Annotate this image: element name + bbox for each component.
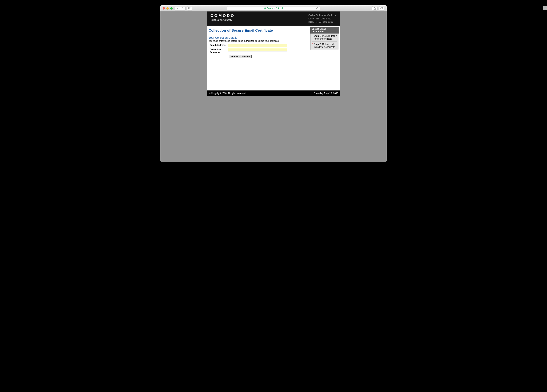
browser-window: Comodo CA Ltd + xyxy=(160,5,387,162)
brand-block: COMODO Certification Authority xyxy=(211,14,235,21)
steps-column: Secure Email Certificates ✓ Step 1: Prov… xyxy=(310,27,339,50)
address-bar[interactable]: Comodo CA Ltd xyxy=(227,6,320,10)
show-tabs-button[interactable] xyxy=(379,6,384,10)
svg-rect-6 xyxy=(381,8,382,9)
submit-button[interactable]: Submit & Continue xyxy=(229,55,252,58)
instruction-text: You must enter these details to be autho… xyxy=(209,40,308,42)
step-2-label: Step 2: xyxy=(314,43,321,46)
email-input[interactable] xyxy=(228,44,287,47)
zoom-window-button[interactable] xyxy=(170,7,172,9)
step-1-text: Step 1: Provide details for your certifi… xyxy=(314,35,337,40)
back-button[interactable] xyxy=(175,6,180,10)
brand-logo-text: COMODO xyxy=(211,14,235,18)
reload-icon xyxy=(316,7,318,9)
step-2: ▶ Step 2: Collect and install your certi… xyxy=(310,42,339,50)
steps-panel: Secure Email Certificates ✓ Step 1: Prov… xyxy=(310,27,339,50)
footer-copyright: © Copyright 2018. All rights reserved. xyxy=(209,92,247,95)
step-1-label: Step 1: xyxy=(314,35,321,37)
contact-title: Order Online or Call Us: xyxy=(308,14,336,17)
brand-tagline: Certification Authority xyxy=(211,19,235,21)
page-body: Collection of Secure Email Certificate Y… xyxy=(207,26,340,90)
window-controls xyxy=(163,7,172,9)
arrow-right-icon: ▶ xyxy=(311,43,314,45)
steps-title: Secure Email Certificates xyxy=(310,27,339,34)
url-host: Comodo CA Ltd xyxy=(267,7,283,10)
checkmark-icon: ✓ xyxy=(311,35,314,37)
contact-intl-phone: INTL + (703) 581-6361 xyxy=(308,20,336,24)
window-titlebar: Comodo CA Ltd xyxy=(160,5,387,11)
show-sidebar-button[interactable] xyxy=(187,6,192,10)
chevron-left-icon xyxy=(177,7,179,9)
page-viewport: COMODO Certification Authority Order Onl… xyxy=(160,11,387,162)
nav-button-group xyxy=(175,6,185,10)
submit-row: Submit & Continue xyxy=(209,55,308,58)
step-2-text: Step 2: Collect and install your certifi… xyxy=(314,43,337,48)
forward-button[interactable] xyxy=(180,6,185,10)
email-label: Email Address xyxy=(209,44,228,47)
footer-date: Saturday June 23, 2018 xyxy=(314,92,338,95)
page-title: Collection of Secure Email Certificate xyxy=(209,28,308,33)
main-column: Collection of Secure Email Certificate Y… xyxy=(208,27,309,60)
close-window-button[interactable] xyxy=(163,7,165,9)
sidebar-icon xyxy=(188,7,191,9)
contact-info: Order Online or Call Us: US + (888) 266-… xyxy=(308,14,336,24)
share-icon xyxy=(374,7,376,10)
site-footer: © Copyright 2018. All rights reserved. S… xyxy=(207,90,340,96)
contact-us-phone: US + (888) 266-6361 xyxy=(308,17,336,20)
svg-rect-0 xyxy=(189,7,191,9)
chevron-right-icon xyxy=(182,7,184,9)
email-row: Email Address xyxy=(209,44,308,47)
toolbar-right xyxy=(372,6,384,10)
site-header: COMODO Certification Authority Order Onl… xyxy=(207,11,340,26)
tabs-icon xyxy=(380,7,383,9)
minimize-window-button[interactable] xyxy=(166,7,169,9)
password-label: Collection Password xyxy=(209,48,228,54)
share-button[interactable] xyxy=(372,6,377,10)
step-1: ✓ Step 1: Provide details for your certi… xyxy=(310,34,339,41)
page-container: COMODO Certification Authority Order Onl… xyxy=(207,11,340,96)
password-row: Collection Password xyxy=(209,48,308,54)
svg-rect-2 xyxy=(265,8,266,9)
lock-icon xyxy=(264,7,266,9)
password-input[interactable] xyxy=(228,48,287,51)
reload-button[interactable] xyxy=(316,7,318,9)
section-title: Your Collection Details xyxy=(209,36,308,39)
